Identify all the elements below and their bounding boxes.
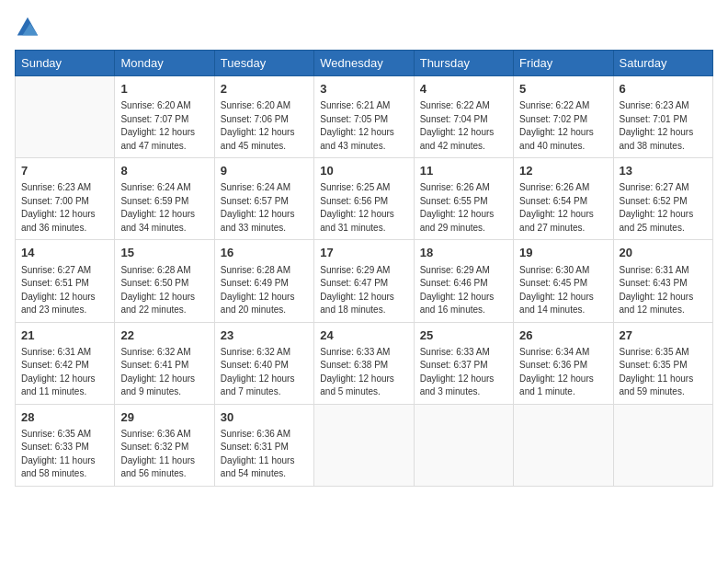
day-number: 19 [519, 245, 607, 261]
cell-info: Sunrise: 6:32 AMSunset: 6:41 PMDaylight:… [120, 346, 208, 399]
day-number: 14 [21, 245, 108, 261]
day-number: 23 [221, 327, 308, 344]
calendar-cell [613, 404, 712, 486]
day-number: 15 [120, 245, 208, 261]
weekday-header: Saturday [613, 51, 712, 76]
calendar-cell: 9Sunrise: 6:24 AMSunset: 6:57 PMDaylight… [214, 158, 313, 240]
day-number: 11 [420, 163, 507, 179]
weekday-header: Friday [514, 51, 613, 76]
day-number: 10 [320, 163, 407, 179]
cell-info: Sunrise: 6:35 AMSunset: 6:35 PMDaylight:… [620, 346, 707, 399]
weekday-header-row: SundayMondayTuesdayWednesdayThursdayFrid… [16, 51, 713, 76]
day-number: 2 [221, 81, 308, 98]
cell-info: Sunrise: 6:27 AMSunset: 6:51 PMDaylight:… [21, 264, 108, 317]
day-number: 5 [519, 81, 607, 98]
calendar-cell: 11Sunrise: 6:26 AMSunset: 6:55 PMDayligh… [414, 158, 513, 240]
calendar-cell: 27Sunrise: 6:35 AMSunset: 6:35 PMDayligh… [613, 322, 712, 404]
calendar-cell: 21Sunrise: 6:31 AMSunset: 6:42 PMDayligh… [16, 322, 115, 404]
logo [15, 15, 44, 40]
cell-info: Sunrise: 6:26 AMSunset: 6:55 PMDaylight:… [420, 181, 507, 235]
calendar-cell: 3Sunrise: 6:21 AMSunset: 7:05 PMDaylight… [314, 76, 414, 158]
calendar-cell: 2Sunrise: 6:20 AMSunset: 7:06 PMDaylight… [214, 76, 313, 158]
cell-info: Sunrise: 6:26 AMSunset: 6:54 PMDaylight:… [519, 181, 607, 235]
weekday-header: Tuesday [214, 51, 313, 76]
day-number: 27 [620, 327, 707, 344]
calendar-cell: 10Sunrise: 6:25 AMSunset: 6:56 PMDayligh… [314, 158, 414, 240]
cell-info: Sunrise: 6:23 AMSunset: 7:00 PMDaylight:… [21, 181, 108, 235]
weekday-header: Sunday [16, 51, 115, 76]
cell-info: Sunrise: 6:34 AMSunset: 6:36 PMDaylight:… [519, 346, 607, 399]
calendar-table: SundayMondayTuesdayWednesdayThursdayFrid… [15, 50, 713, 487]
cell-info: Sunrise: 6:21 AMSunset: 7:05 PMDaylight:… [320, 99, 407, 153]
calendar-cell: 6Sunrise: 6:23 AMSunset: 7:01 PMDaylight… [613, 76, 712, 158]
calendar-cell [514, 404, 613, 486]
calendar-cell: 23Sunrise: 6:32 AMSunset: 6:40 PMDayligh… [214, 322, 313, 404]
calendar-cell: 8Sunrise: 6:24 AMSunset: 6:59 PMDaylight… [115, 158, 214, 240]
cell-info: Sunrise: 6:25 AMSunset: 6:56 PMDaylight:… [320, 181, 407, 235]
calendar-cell [314, 404, 414, 486]
cell-info: Sunrise: 6:27 AMSunset: 6:52 PMDaylight:… [620, 181, 707, 235]
day-number: 20 [620, 245, 707, 261]
calendar-cell: 22Sunrise: 6:32 AMSunset: 6:41 PMDayligh… [115, 322, 214, 404]
weekday-header: Thursday [414, 51, 513, 76]
calendar-cell: 4Sunrise: 6:22 AMSunset: 7:04 PMDaylight… [414, 76, 513, 158]
cell-info: Sunrise: 6:31 AMSunset: 6:42 PMDaylight:… [21, 346, 108, 399]
calendar-cell: 14Sunrise: 6:27 AMSunset: 6:51 PMDayligh… [16, 240, 115, 322]
cell-info: Sunrise: 6:33 AMSunset: 6:37 PMDaylight:… [420, 346, 507, 399]
calendar-cell: 28Sunrise: 6:35 AMSunset: 6:33 PMDayligh… [16, 404, 115, 486]
cell-info: Sunrise: 6:24 AMSunset: 6:57 PMDaylight:… [221, 181, 308, 235]
cell-info: Sunrise: 6:36 AMSunset: 6:31 PMDaylight:… [221, 428, 308, 481]
weekday-header: Wednesday [314, 51, 414, 76]
day-number: 30 [221, 409, 308, 426]
calendar-cell: 15Sunrise: 6:28 AMSunset: 6:50 PMDayligh… [115, 240, 214, 322]
calendar-cell: 13Sunrise: 6:27 AMSunset: 6:52 PMDayligh… [613, 158, 712, 240]
cell-info: Sunrise: 6:31 AMSunset: 6:43 PMDaylight:… [620, 264, 707, 317]
day-number: 18 [420, 245, 507, 261]
calendar-cell: 26Sunrise: 6:34 AMSunset: 6:36 PMDayligh… [514, 322, 613, 404]
cell-info: Sunrise: 6:22 AMSunset: 7:02 PMDaylight:… [519, 99, 607, 153]
day-number: 24 [320, 327, 407, 344]
day-number: 26 [519, 327, 607, 344]
calendar-cell [16, 76, 115, 158]
logo-icon [15, 15, 40, 40]
calendar-week-row: 28Sunrise: 6:35 AMSunset: 6:33 PMDayligh… [16, 404, 713, 486]
calendar-cell: 12Sunrise: 6:26 AMSunset: 6:54 PMDayligh… [514, 158, 613, 240]
cell-info: Sunrise: 6:36 AMSunset: 6:32 PMDaylight:… [120, 428, 208, 481]
cell-info: Sunrise: 6:23 AMSunset: 7:01 PMDaylight:… [620, 99, 707, 153]
calendar-cell: 20Sunrise: 6:31 AMSunset: 6:43 PMDayligh… [613, 240, 712, 322]
calendar-cell: 7Sunrise: 6:23 AMSunset: 7:00 PMDaylight… [16, 158, 115, 240]
calendar-week-row: 1Sunrise: 6:20 AMSunset: 7:07 PMDaylight… [16, 76, 713, 158]
day-number: 22 [120, 327, 208, 344]
weekday-header: Monday [115, 51, 214, 76]
cell-info: Sunrise: 6:28 AMSunset: 6:50 PMDaylight:… [120, 264, 208, 317]
calendar-cell: 24Sunrise: 6:33 AMSunset: 6:38 PMDayligh… [314, 322, 414, 404]
cell-info: Sunrise: 6:22 AMSunset: 7:04 PMDaylight:… [420, 99, 507, 153]
day-number: 21 [21, 327, 108, 344]
day-number: 4 [420, 81, 507, 98]
day-number: 25 [420, 327, 507, 344]
calendar-cell: 29Sunrise: 6:36 AMSunset: 6:32 PMDayligh… [115, 404, 214, 486]
day-number: 9 [221, 163, 308, 179]
cell-info: Sunrise: 6:24 AMSunset: 6:59 PMDaylight:… [120, 181, 208, 235]
cell-info: Sunrise: 6:29 AMSunset: 6:47 PMDaylight:… [320, 264, 407, 317]
day-number: 12 [519, 163, 607, 179]
day-number: 6 [620, 81, 707, 98]
cell-info: Sunrise: 6:29 AMSunset: 6:46 PMDaylight:… [420, 264, 507, 317]
calendar-cell: 30Sunrise: 6:36 AMSunset: 6:31 PMDayligh… [214, 404, 313, 486]
calendar-cell: 5Sunrise: 6:22 AMSunset: 7:02 PMDaylight… [514, 76, 613, 158]
day-number: 1 [120, 81, 208, 98]
day-number: 28 [21, 409, 108, 426]
calendar-cell: 18Sunrise: 6:29 AMSunset: 6:46 PMDayligh… [414, 240, 513, 322]
cell-info: Sunrise: 6:33 AMSunset: 6:38 PMDaylight:… [320, 346, 407, 399]
cell-info: Sunrise: 6:32 AMSunset: 6:40 PMDaylight:… [221, 346, 308, 399]
calendar-cell: 1Sunrise: 6:20 AMSunset: 7:07 PMDaylight… [115, 76, 214, 158]
day-number: 16 [221, 245, 308, 261]
calendar-week-row: 14Sunrise: 6:27 AMSunset: 6:51 PMDayligh… [16, 240, 713, 322]
calendar-cell: 25Sunrise: 6:33 AMSunset: 6:37 PMDayligh… [414, 322, 513, 404]
cell-info: Sunrise: 6:20 AMSunset: 7:07 PMDaylight:… [120, 99, 208, 153]
day-number: 3 [320, 81, 407, 98]
cell-info: Sunrise: 6:30 AMSunset: 6:45 PMDaylight:… [519, 264, 607, 317]
day-number: 17 [320, 245, 407, 261]
calendar-week-row: 21Sunrise: 6:31 AMSunset: 6:42 PMDayligh… [16, 322, 713, 404]
page-header [15, 15, 713, 40]
